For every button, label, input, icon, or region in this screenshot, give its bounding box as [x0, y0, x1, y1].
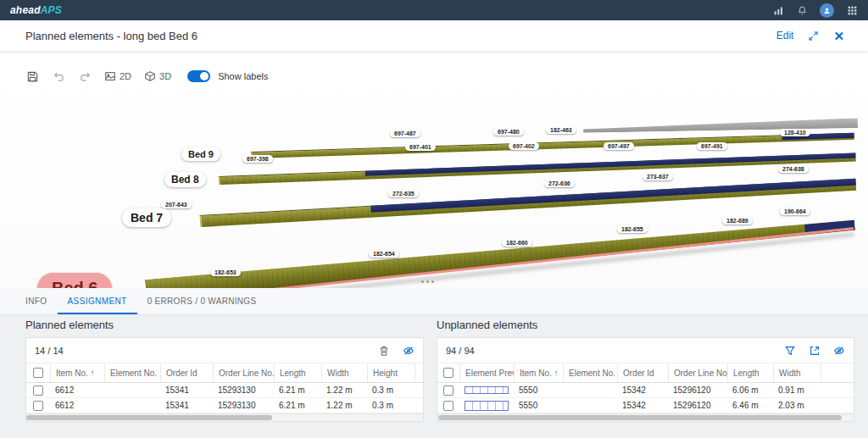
close-icon[interactable]: ✕: [833, 30, 844, 42]
table-row[interactable]: 5550 15342 15296120 6.06 m 0.91 m: [437, 383, 854, 398]
col-filler: [821, 363, 854, 382]
show-labels-toggle[interactable]: [187, 70, 210, 82]
element-label[interactable]: 182-689: [722, 217, 753, 225]
save-icon[interactable]: [25, 69, 39, 83]
hide-eye-off-icon[interactable]: [402, 344, 415, 357]
delete-trash-icon[interactable]: [377, 344, 390, 357]
col-element-preview[interactable]: Element Preview: [459, 363, 514, 382]
scrollbar-thumb[interactable]: [438, 415, 842, 420]
col-element-no[interactable]: Element No.: [104, 363, 160, 382]
cell-element-preview: [459, 386, 514, 394]
col-item-no[interactable]: Item No.↑: [514, 363, 563, 382]
element-label[interactable]: 182-655: [617, 225, 648, 233]
row-checkbox[interactable]: [443, 385, 453, 396]
viewport-3d[interactable]: 697-487 697-480 182-463 128-410 697-398 …: [0, 49, 868, 289]
bed-badge-9[interactable]: Bed 9: [181, 147, 220, 161]
element-label[interactable]: 272-635: [388, 190, 419, 197]
bed-6[interactable]: [145, 213, 856, 289]
bed-9[interactable]: [251, 133, 854, 158]
filter-funnel-icon[interactable]: [783, 344, 796, 357]
topbar-actions: [772, 3, 858, 18]
col-length[interactable]: Length: [274, 363, 321, 382]
edit-link[interactable]: Edit: [776, 30, 794, 42]
col-order-id[interactable]: Order Id: [617, 363, 668, 382]
row-checkbox[interactable]: [33, 401, 43, 411]
col-width[interactable]: Width: [773, 363, 821, 382]
select-all-checkbox-cell[interactable]: [26, 363, 50, 382]
col-item-no[interactable]: Item No.↑: [50, 363, 104, 382]
element-label[interactable]: 182-463: [546, 126, 576, 134]
element-label[interactable]: 207-643: [161, 201, 192, 208]
select-all-checkbox[interactable]: [33, 368, 43, 378]
table-row[interactable]: 6612 15341 15293130 6.21 m 1.22 m 0.3 m: [26, 383, 423, 398]
user-avatar[interactable]: [820, 3, 834, 18]
assign-icon[interactable]: [808, 344, 821, 357]
view-3d-label: 3D: [159, 71, 171, 81]
col-height[interactable]: Height: [367, 363, 415, 382]
bed-7[interactable]: [200, 179, 857, 227]
table-row[interactable]: 5550 15342 15296120 6.46 m 2.03 m: [437, 398, 854, 413]
element-label[interactable]: 697-497: [604, 142, 634, 150]
element-label[interactable]: 182-660: [502, 239, 532, 247]
hide-eye-off-icon[interactable]: [832, 344, 845, 357]
tab-info[interactable]: INFO: [25, 288, 58, 314]
app-logo[interactable]: aheadAPS: [10, 4, 62, 16]
tab-assignment[interactable]: ASSIGNMENT: [58, 288, 137, 314]
notifications-bell-icon[interactable]: [796, 4, 808, 16]
select-all-checkbox-cell[interactable]: [437, 363, 459, 382]
col-order-id[interactable]: Order Id: [160, 363, 213, 382]
element-label[interactable]: 697-401: [405, 143, 436, 151]
cell-order-line-no: 15293130: [213, 401, 274, 410]
apps-grid-icon[interactable]: [846, 4, 858, 16]
view-2d-button[interactable]: 2D: [104, 70, 131, 82]
header-actions: Edit ✕: [776, 30, 844, 42]
element-label[interactable]: 697-487: [390, 130, 420, 137]
col-order-line-no[interactable]: Order Line No.: [668, 363, 727, 382]
select-all-checkbox[interactable]: [443, 368, 453, 378]
col-length[interactable]: Length: [727, 363, 773, 382]
col-element-no[interactable]: Element No.: [563, 363, 617, 382]
element-label[interactable]: 697-491: [697, 142, 727, 150]
table-row[interactable]: 6612 15341 15293130 6.21 m 1.22 m 0.3 m: [26, 398, 423, 413]
splitter-handle[interactable]: [421, 280, 434, 283]
row-checkbox[interactable]: [33, 385, 43, 396]
element-label[interactable]: 190-664: [780, 208, 810, 215]
bed-6-surface: [145, 213, 856, 289]
planned-horizontal-scrollbar[interactable]: [26, 413, 423, 421]
col-filler: [415, 363, 423, 382]
cube-icon: [144, 70, 156, 82]
col-width[interactable]: Width: [321, 363, 367, 382]
bed-empty-gray[interactable]: [583, 118, 858, 135]
cell-item-no: 5550: [514, 385, 563, 395]
col-order-line-no[interactable]: Order Line No.: [213, 363, 274, 382]
planned-table-header: Item No.↑ Element No. Order Id Order Lin…: [26, 363, 423, 383]
element-label[interactable]: 128-410: [780, 129, 810, 136]
element-label[interactable]: 697-402: [509, 142, 539, 150]
page-header: Planned elements - long bed Bed 6 Edit ✕: [0, 20, 868, 51]
redo-icon[interactable]: [78, 69, 92, 83]
scrollbar-thumb[interactable]: [26, 415, 272, 420]
bed-badge-6-selected[interactable]: Bed 6: [37, 273, 112, 289]
element-label[interactable]: 182-654: [369, 250, 399, 258]
cell-order-id: 15342: [617, 385, 668, 395]
cell-order-id: 15341: [160, 385, 213, 395]
view-3d-button[interactable]: 3D: [144, 70, 171, 82]
sort-ascending-icon: ↑: [91, 369, 95, 377]
element-preview-thumbnail: [465, 401, 509, 411]
brand-ahead: ahead: [10, 4, 41, 16]
bed-8[interactable]: [219, 152, 856, 185]
bed-badge-7[interactable]: Bed 7: [122, 208, 171, 227]
element-label[interactable]: 182-653: [210, 269, 241, 276]
element-label[interactable]: 273-637: [643, 173, 673, 180]
element-label[interactable]: 697-398: [242, 155, 273, 163]
element-label[interactable]: 272-636: [544, 180, 575, 187]
element-label[interactable]: 697-480: [493, 128, 524, 136]
activity-chart-icon[interactable]: [772, 4, 784, 16]
bed-badge-8[interactable]: Bed 8: [164, 172, 206, 187]
element-label[interactable]: 274-638: [778, 165, 809, 173]
undo-icon[interactable]: [52, 69, 65, 83]
row-checkbox[interactable]: [443, 401, 453, 411]
detail-tabbar: INFO ASSIGNMENT 0 ERRORS / 0 WARNINGS: [0, 288, 868, 315]
expand-icon[interactable]: [807, 30, 820, 42]
unplanned-horizontal-scrollbar[interactable]: [437, 413, 854, 421]
